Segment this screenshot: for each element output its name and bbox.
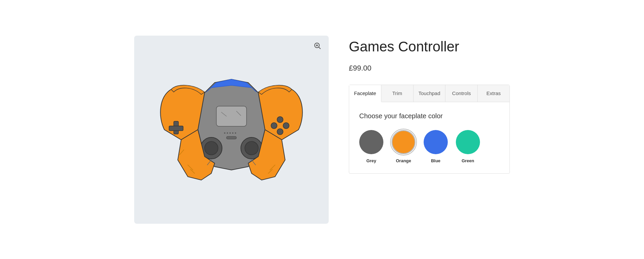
svg-rect-18 xyxy=(169,126,183,131)
image-wrapper xyxy=(134,36,329,224)
color-label-blue: Blue xyxy=(431,158,440,163)
color-option-blue[interactable]: Blue xyxy=(424,130,448,163)
svg-point-9 xyxy=(229,132,231,134)
color-circle-blue[interactable] xyxy=(424,130,448,154)
product-title: Games Controller xyxy=(349,39,510,54)
color-circle-green[interactable] xyxy=(456,130,480,154)
color-circle-orange[interactable] xyxy=(391,130,416,154)
svg-point-21 xyxy=(271,123,277,129)
color-option-green[interactable]: Green xyxy=(456,130,480,163)
svg-rect-4 xyxy=(216,106,247,126)
zoom-icon[interactable] xyxy=(313,42,323,51)
svg-point-8 xyxy=(227,132,228,134)
product-image-section xyxy=(134,36,329,224)
color-option-orange[interactable]: Orange xyxy=(391,130,416,163)
tabs-row: Faceplate Trim Touchpad Controls Extras xyxy=(349,85,509,102)
color-options: Grey Orange Blue Green xyxy=(359,130,499,163)
svg-point-20 xyxy=(283,123,289,129)
color-section-title: Choose your faceplate color xyxy=(359,112,499,120)
svg-point-10 xyxy=(232,132,233,134)
svg-point-22 xyxy=(277,129,283,135)
svg-rect-12 xyxy=(226,136,236,139)
tab-faceplate[interactable]: Faceplate xyxy=(349,85,381,102)
svg-line-1 xyxy=(319,47,320,48)
color-circle-grey[interactable] xyxy=(359,130,383,154)
tab-trim[interactable]: Trim xyxy=(381,85,414,102)
svg-point-7 xyxy=(224,132,225,134)
tab-extras[interactable]: Extras xyxy=(478,85,509,102)
svg-point-14 xyxy=(205,141,218,155)
tab-controls[interactable]: Controls xyxy=(445,85,478,102)
color-label-grey: Grey xyxy=(366,158,376,163)
svg-point-19 xyxy=(277,117,283,123)
product-price: £99.00 xyxy=(349,64,510,73)
tab-content-faceplate: Choose your faceplate color Grey Orange … xyxy=(349,102,509,173)
color-label-orange: Orange xyxy=(396,158,411,163)
tabs-container: Faceplate Trim Touchpad Controls Extras … xyxy=(349,85,510,174)
product-details: Games Controller £99.00 Faceplate Trim T… xyxy=(349,36,510,186)
controller-image xyxy=(154,59,309,200)
color-label-green: Green xyxy=(462,158,474,163)
tab-touchpad[interactable]: Touchpad xyxy=(414,85,446,102)
svg-point-11 xyxy=(235,132,236,134)
product-container: Games Controller £99.00 Faceplate Trim T… xyxy=(121,22,523,237)
svg-point-16 xyxy=(245,141,258,155)
color-option-grey[interactable]: Grey xyxy=(359,130,383,163)
